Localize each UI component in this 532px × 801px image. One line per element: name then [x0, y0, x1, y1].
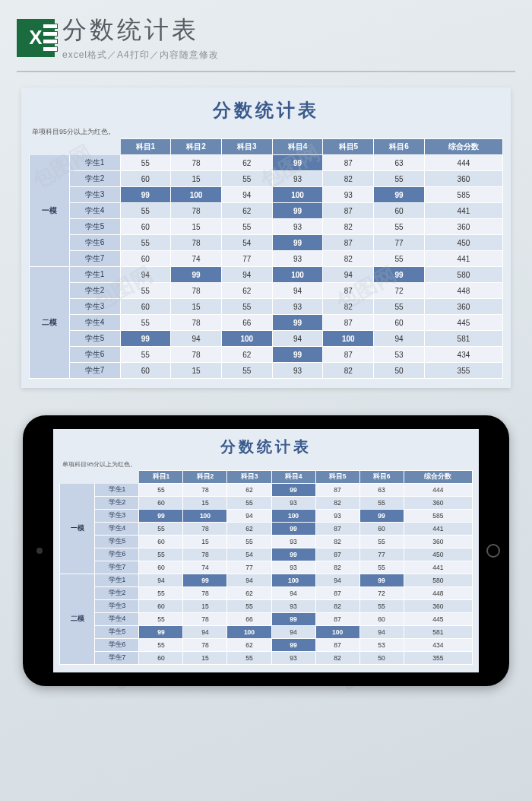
score-cell: 60 [120, 219, 171, 235]
score-cell: 55 [359, 561, 404, 574]
score-cell: 99 [374, 187, 425, 203]
score-cell: 94 [271, 626, 315, 639]
score-cell: 100 [272, 267, 323, 283]
header-divider [17, 71, 515, 72]
student-label: 学生6 [95, 548, 139, 561]
score-cell: 445 [424, 315, 502, 331]
score-cell: 99 [272, 155, 323, 171]
score-cell: 93 [315, 510, 359, 523]
student-label: 学生2 [69, 283, 120, 299]
score-cell: 53 [359, 639, 404, 652]
score-cell: 78 [183, 587, 227, 600]
score-cell: 82 [315, 652, 359, 665]
sheet-note: 单项科目95分以上为红色。 [62, 460, 473, 469]
score-cell: 60 [120, 299, 171, 315]
score-cell: 55 [374, 251, 425, 267]
score-cell: 62 [221, 155, 272, 171]
tablet-camera-icon [36, 548, 43, 554]
score-cell: 360 [404, 536, 472, 548]
column-header: 科目3 [221, 139, 272, 155]
score-cell: 580 [404, 574, 472, 587]
score-cell: 50 [359, 652, 404, 665]
score-cell: 55 [139, 587, 183, 600]
score-cell: 94 [227, 574, 271, 587]
table-row: 学生6557854998777450 [30, 235, 503, 251]
score-cell: 94 [171, 331, 222, 347]
score-cell: 441 [404, 523, 472, 536]
table-row: 学生6557854998777450 [60, 548, 473, 561]
score-cell: 77 [374, 235, 425, 251]
score-cell: 94 [221, 187, 272, 203]
score-cell: 78 [171, 315, 222, 331]
score-cell: 55 [139, 613, 183, 626]
column-header: 综合分数 [404, 471, 472, 484]
column-header: 科目3 [227, 471, 271, 484]
score-cell: 55 [227, 652, 271, 665]
student-label: 学生1 [69, 267, 120, 283]
page-title: 分数统计表 [62, 14, 515, 47]
score-cell: 78 [171, 155, 222, 171]
table-row: 学生599941009410094581 [60, 626, 473, 639]
score-cell: 360 [424, 171, 502, 187]
score-cell: 94 [323, 267, 374, 283]
score-cell: 50 [374, 363, 425, 379]
score-cell: 74 [183, 561, 227, 574]
excel-icon [17, 19, 55, 57]
column-header: 科目2 [171, 139, 222, 155]
score-cell: 99 [271, 484, 315, 497]
score-cell: 77 [227, 561, 271, 574]
score-cell: 54 [221, 235, 272, 251]
student-label: 学生1 [95, 574, 139, 587]
score-cell: 100 [221, 331, 272, 347]
score-cell: 93 [271, 561, 315, 574]
score-cell: 78 [171, 203, 222, 219]
score-cell: 63 [374, 155, 425, 171]
table-row: 学生2557862948772448 [30, 283, 503, 299]
score-cell: 99 [139, 626, 183, 639]
sheet-title: 分数统计表 [29, 95, 503, 127]
score-cell: 99 [359, 574, 404, 587]
score-cell: 99 [359, 510, 404, 523]
score-cell: 94 [359, 626, 404, 639]
score-cell: 15 [183, 536, 227, 548]
score-cell: 100 [315, 626, 359, 639]
score-cell: 55 [359, 497, 404, 510]
score-cell: 100 [183, 510, 227, 523]
score-cell: 434 [404, 639, 472, 652]
score-cell: 94 [120, 267, 171, 283]
student-label: 学生3 [69, 187, 120, 203]
spreadsheet-card: 分数统计表 单项科目95分以上为红色。 科目1科目2科目3科目4科目5科目6综合… [21, 87, 511, 388]
score-cell: 82 [323, 171, 374, 187]
table-row: 二模学生19499941009499580 [60, 574, 473, 587]
score-cell: 94 [221, 267, 272, 283]
score-cell: 99 [271, 548, 315, 561]
table-row: 学生2557862948772448 [60, 587, 473, 600]
score-cell: 441 [424, 251, 502, 267]
score-cell: 15 [171, 299, 222, 315]
score-cell: 355 [424, 363, 502, 379]
score-cell: 448 [404, 587, 472, 600]
score-cell: 15 [171, 219, 222, 235]
score-cell: 581 [404, 626, 472, 639]
student-label: 学生5 [69, 219, 120, 235]
student-label: 学生2 [95, 587, 139, 600]
score-cell: 448 [424, 283, 502, 299]
table-row: 学生5601555938255360 [60, 536, 473, 548]
column-header: 科目6 [374, 139, 425, 155]
score-cell: 62 [221, 347, 272, 363]
score-cell: 93 [271, 600, 315, 613]
header-blank [95, 471, 139, 484]
score-cell: 15 [171, 171, 222, 187]
table-row: 学生3601555938255360 [60, 600, 473, 613]
table-row: 学生3601555938255360 [30, 299, 503, 315]
score-cell: 99 [374, 267, 425, 283]
score-cell: 60 [139, 536, 183, 548]
score-cell: 93 [271, 536, 315, 548]
table-row: 学生399100941009399585 [60, 510, 473, 523]
student-label: 学生6 [95, 639, 139, 652]
score-cell: 93 [323, 187, 374, 203]
score-cell: 360 [424, 219, 502, 235]
column-header: 科目4 [271, 471, 315, 484]
student-label: 学生1 [69, 155, 120, 171]
score-cell: 441 [404, 561, 472, 574]
